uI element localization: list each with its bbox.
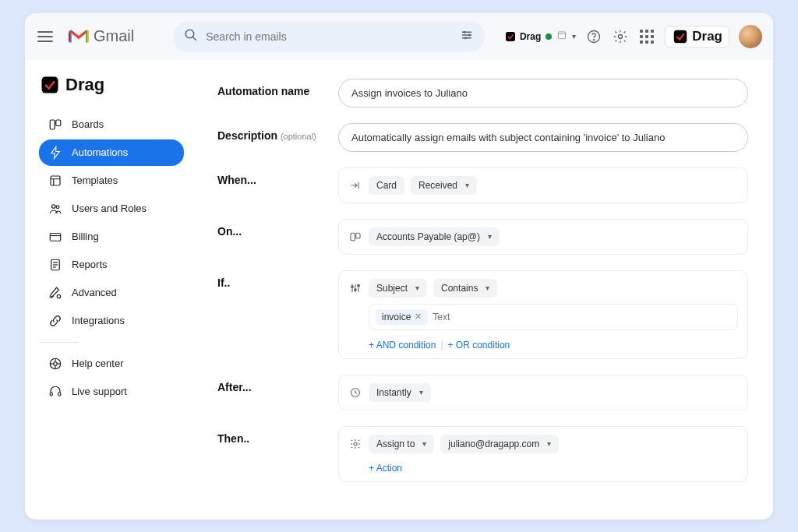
if-operator-select[interactable]: Contains▾ (433, 279, 497, 298)
svg-point-12 (594, 39, 595, 40)
separator: | (440, 340, 443, 351)
svg-rect-23 (50, 233, 61, 241)
label-name: Automation name (217, 79, 338, 97)
add-and-condition[interactable]: + AND condition (369, 340, 436, 351)
svg-rect-40 (351, 233, 355, 240)
row-when: When... Card Received▾ (217, 167, 748, 203)
chevron-down-icon: ▾ (422, 439, 426, 448)
sidebar-item-advanced[interactable]: Advanced (39, 280, 184, 306)
sidebar-item-help[interactable]: Help center (39, 351, 184, 377)
sidebar-item-users[interactable]: Users and Roles (39, 196, 184, 222)
search-icon (184, 28, 198, 45)
nav-label: Advanced (72, 287, 117, 298)
svg-point-45 (351, 285, 354, 287)
when-event-select[interactable]: Received▾ (411, 176, 477, 195)
sidebar-item-integrations[interactable]: Integrations (39, 308, 184, 334)
description-input[interactable] (338, 123, 748, 152)
add-or-condition[interactable]: + OR condition (448, 340, 510, 351)
after-box: Instantly▾ (338, 375, 748, 410)
sidebar-item-support[interactable]: Live support (39, 379, 184, 405)
help-button[interactable] (585, 28, 602, 45)
sidebar-item-automations[interactable]: Automations (39, 139, 184, 166)
svg-point-21 (52, 204, 56, 208)
automation-name-input[interactable] (338, 79, 748, 107)
app-window: Gmail Drag ▾ Drag (25, 13, 773, 520)
drag-mini-icon (504, 30, 517, 43)
body: Drag Boards Automations Templates Users (25, 60, 773, 520)
row-then: Then.. Assign to▾ juliano@dragapp.com▾ +… (217, 426, 748, 482)
then-action-select[interactable]: Assign to▾ (369, 435, 434, 453)
svg-point-5 (464, 30, 466, 33)
search-input[interactable] (206, 30, 452, 43)
gear-icon (348, 438, 362, 450)
apps-button[interactable] (638, 28, 655, 45)
avatar[interactable] (739, 25, 762, 48)
sidebar: Drag Boards Automations Templates Users (25, 60, 192, 520)
nav-label: Integrations (72, 315, 125, 326)
label-after: After... (217, 375, 338, 393)
gmail-m-icon (69, 29, 89, 44)
nav-label: Templates (72, 174, 118, 186)
if-box: Subject▾ Contains▾ invoice✕ + AND condit… (338, 270, 748, 359)
when-entity-select[interactable]: Card (369, 176, 404, 195)
tune-icon[interactable] (460, 28, 474, 45)
svg-rect-41 (356, 233, 360, 238)
sidebar-item-billing[interactable]: Billing (39, 224, 184, 250)
chevron-down-icon: ▾ (572, 32, 576, 41)
svg-rect-36 (50, 392, 52, 396)
if-value-input[interactable] (433, 312, 731, 322)
sidebar-brand: Drag (39, 74, 184, 96)
settings-button[interactable] (612, 28, 629, 45)
label-if: If.. (217, 270, 338, 289)
arrow-in-icon (348, 179, 362, 192)
row-on: On... Accounts Payable (ap@)▾ (217, 219, 748, 255)
drag-brand-box[interactable]: Drag (665, 26, 729, 48)
row-if: If.. Subject▾ Contains▾ invoice✕ (217, 270, 748, 359)
topbar-right: Drag ▾ Drag (504, 25, 762, 48)
add-action-link[interactable]: + Action (369, 460, 738, 474)
svg-point-29 (57, 294, 61, 298)
svg-point-31 (54, 361, 58, 365)
sidebar-item-reports[interactable]: Reports (39, 252, 184, 278)
on-board-select[interactable]: Accounts Payable (ap@)▾ (369, 227, 500, 246)
svg-point-7 (464, 37, 467, 39)
nav-label: Users and Roles (72, 203, 147, 214)
apps-grid-icon (640, 30, 654, 44)
drag-status-chip[interactable]: Drag ▾ (504, 30, 576, 44)
hamburger-menu-icon[interactable] (36, 27, 55, 46)
row-description: Description (optional) (217, 123, 748, 152)
svg-rect-17 (56, 120, 61, 126)
sidebar-brand-text: Drag (65, 75, 104, 95)
svg-point-46 (355, 288, 357, 291)
nav-label: Reports (72, 259, 108, 270)
label-when: When... (217, 167, 338, 186)
gmail-text: Gmail (94, 27, 134, 45)
search-box[interactable] (173, 21, 485, 52)
clock-icon (348, 386, 362, 399)
tag-remove-icon[interactable]: ✕ (415, 312, 422, 322)
svg-point-49 (354, 442, 357, 446)
svg-line-1 (192, 37, 196, 41)
condition-links: + AND condition | + OR condition (369, 336, 738, 351)
svg-point-13 (619, 34, 623, 38)
when-box: Card Received▾ (338, 167, 748, 203)
sidebar-item-templates[interactable]: Templates (39, 167, 184, 194)
row-automation-name: Automation name (217, 79, 748, 107)
then-target-select[interactable]: juliano@dragapp.com▾ (440, 435, 559, 453)
if-tag: invoice✕ (376, 309, 428, 325)
svg-rect-18 (51, 176, 60, 185)
status-dot-icon (546, 33, 552, 40)
sidebar-item-boards[interactable]: Boards (39, 111, 184, 138)
sliders-icon (348, 282, 362, 294)
label-description: Description (optional) (217, 123, 338, 142)
nav-divider (39, 342, 78, 343)
chevron-down-icon: ▾ (419, 388, 423, 396)
svg-rect-9 (559, 31, 566, 38)
svg-point-22 (56, 205, 59, 208)
after-timing-select[interactable]: Instantly▾ (369, 383, 431, 402)
calendar-mini-icon (556, 30, 567, 44)
nav-list: Boards Automations Templates Users and R… (39, 111, 184, 334)
if-field-select[interactable]: Subject▾ (369, 279, 427, 298)
if-value-input-wrap[interactable]: invoice✕ (369, 304, 738, 330)
svg-rect-37 (58, 392, 61, 396)
